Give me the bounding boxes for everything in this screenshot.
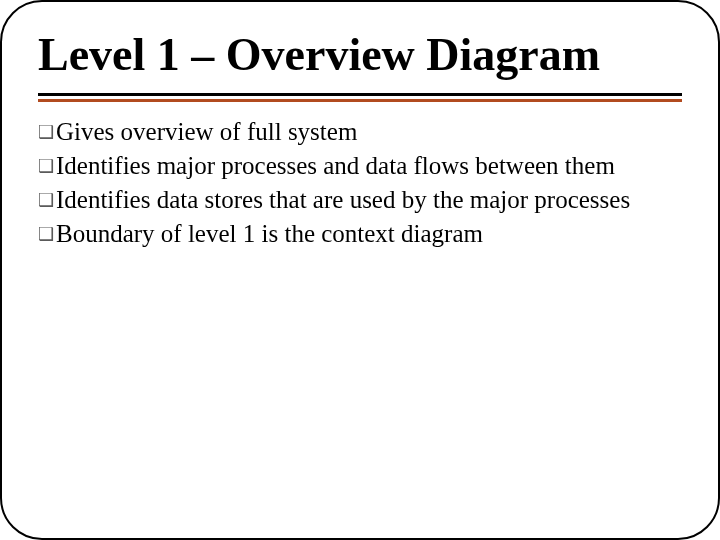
list-item-text: Gives overview of full system xyxy=(56,116,682,148)
square-bullet-icon: ❑ xyxy=(38,218,56,250)
slide-body: ❑ Gives overview of full system ❑ Identi… xyxy=(38,116,682,250)
list-item: ❑ Identifies major processes and data fl… xyxy=(38,150,682,182)
list-item-text: Identifies major processes and data flow… xyxy=(56,150,682,182)
slide-frame: Level 1 – Overview Diagram ❑ Gives overv… xyxy=(0,0,720,540)
list-item: ❑ Gives overview of full system xyxy=(38,116,682,148)
square-bullet-icon: ❑ xyxy=(38,184,56,216)
list-item-text: Boundary of level 1 is the context diagr… xyxy=(56,218,682,250)
slide-title: Level 1 – Overview Diagram xyxy=(38,30,682,87)
list-item-text: Identifies data stores that are used by … xyxy=(56,184,682,216)
list-item: ❑ Identifies data stores that are used b… xyxy=(38,184,682,216)
square-bullet-icon: ❑ xyxy=(38,116,56,148)
rule-black xyxy=(38,93,682,96)
title-underline xyxy=(38,93,682,102)
list-item: ❑ Boundary of level 1 is the context dia… xyxy=(38,218,682,250)
rule-accent xyxy=(38,99,682,102)
square-bullet-icon: ❑ xyxy=(38,150,56,182)
